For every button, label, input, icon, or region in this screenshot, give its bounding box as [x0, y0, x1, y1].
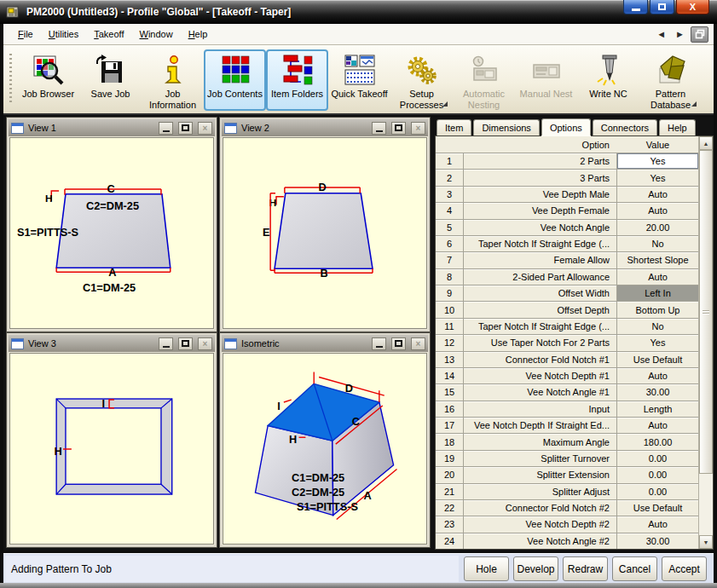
- option-row[interactable]: 10Offset DepthBottom Up: [436, 301, 698, 317]
- view-minimize-button[interactable]: [372, 122, 386, 135]
- option-value[interactable]: Left In: [617, 285, 698, 301]
- view-close-button[interactable]: ×: [198, 337, 212, 350]
- option-row[interactable]: 12 PartsYes: [436, 153, 698, 169]
- option-row[interactable]: 24Vee Notch Angle #230.00: [436, 533, 698, 549]
- option-value[interactable]: 0.00: [617, 483, 698, 499]
- minimize-button[interactable]: [623, 0, 648, 14]
- option-row[interactable]: 11Taper Notch If Straight Edge (...No: [436, 318, 698, 334]
- develop-button[interactable]: Develop: [513, 556, 558, 581]
- close-button[interactable]: X: [676, 0, 709, 14]
- option-value[interactable]: 20.00: [617, 219, 698, 235]
- write-nc-button[interactable]: Write NC: [577, 49, 639, 111]
- option-value[interactable]: Auto: [617, 186, 698, 202]
- tab-item[interactable]: Item: [437, 119, 471, 135]
- table-scrollbar[interactable]: ▲ ▼: [698, 136, 713, 549]
- option-row[interactable]: 13Connector Fold Notch #1Use Default: [436, 351, 698, 367]
- option-value[interactable]: 0.00: [617, 450, 698, 466]
- option-row[interactable]: 4Vee Depth FemaleAuto: [436, 202, 698, 218]
- menu-item-help[interactable]: Help: [181, 26, 216, 43]
- redraw-button[interactable]: Redraw: [563, 556, 608, 581]
- option-value[interactable]: 30.00: [617, 533, 698, 549]
- menu-item-window[interactable]: Window: [132, 26, 181, 43]
- view1-title-bar[interactable]: View 1 ×: [9, 119, 215, 136]
- menu-item-takeoff[interactable]: Takeoff: [86, 26, 131, 43]
- view-minimize-button[interactable]: [159, 337, 173, 350]
- view-maximize-button[interactable]: [178, 337, 193, 350]
- option-row[interactable]: 23Vee Notch Depth #2Auto: [436, 516, 698, 532]
- option-value[interactable]: Auto: [617, 268, 698, 285]
- view2-canvas[interactable]: D H E B: [223, 137, 427, 329]
- restore-child-button[interactable]: [691, 26, 708, 43]
- view-maximize-button[interactable]: [178, 122, 193, 135]
- job-contents-button[interactable]: Job Contents: [204, 49, 266, 111]
- view-close-button[interactable]: ×: [411, 337, 425, 350]
- option-value[interactable]: Use Default: [617, 351, 698, 367]
- option-row[interactable]: 23 PartsYes: [436, 169, 698, 185]
- option-row[interactable]: 21Splitter Adjust0.00: [436, 483, 698, 499]
- tab-connectors[interactable]: Connectors: [593, 119, 657, 135]
- option-value[interactable]: 0.00: [617, 466, 698, 482]
- option-row[interactable]: 20Splitter Extension0.00: [436, 466, 698, 482]
- tab-options[interactable]: Options: [541, 118, 591, 135]
- option-row[interactable]: 14Vee Notch Depth #1Auto: [436, 367, 698, 383]
- option-row[interactable]: 7Female AllowShortest Slope: [436, 251, 698, 268]
- option-row[interactable]: 5Vee Notch Angle20.00: [436, 219, 698, 235]
- option-value[interactable]: Shortest Slope: [617, 251, 698, 268]
- option-value[interactable]: Use Default: [617, 499, 698, 516]
- option-value[interactable]: 30.00: [617, 383, 698, 400]
- item-folders-button[interactable]: Item Folders: [266, 49, 328, 111]
- option-value[interactable]: Length: [617, 401, 698, 417]
- menu-item-file[interactable]: File: [10, 26, 41, 43]
- view3-title-bar[interactable]: View 3 ×: [9, 335, 215, 352]
- option-row[interactable]: 16InputLength: [436, 401, 698, 417]
- maximize-button[interactable]: [650, 0, 674, 14]
- pattern-database-button[interactable]: Pattern Database: [639, 49, 702, 111]
- isometric-title-bar[interactable]: Isometric ×: [222, 335, 428, 352]
- menu-item-utilities[interactable]: Utilities: [41, 26, 86, 43]
- scrollbar-thumb[interactable]: [699, 150, 713, 474]
- option-row[interactable]: 19Splitter Turnover0.00: [436, 450, 698, 466]
- quick-takeoff-button[interactable]: Quick Takeoff: [328, 49, 390, 111]
- option-value[interactable]: Bottom Up: [617, 301, 698, 317]
- option-value[interactable]: Yes: [617, 169, 698, 185]
- option-value[interactable]: Auto: [617, 202, 698, 218]
- save-job-button[interactable]: Save Job: [79, 49, 142, 111]
- option-row[interactable]: 6Taper Notch If Straight Edge (...No: [436, 235, 698, 251]
- view-minimize-button[interactable]: [159, 122, 173, 135]
- option-value[interactable]: Auto: [617, 367, 698, 383]
- job-browser-button[interactable]: Job Browser: [17, 49, 79, 111]
- option-value[interactable]: No: [617, 235, 698, 251]
- cancel-button[interactable]: Cancel: [612, 556, 657, 581]
- view-minimize-button[interactable]: [372, 337, 386, 350]
- hole-button[interactable]: Hole: [464, 556, 509, 581]
- scroll-up-icon[interactable]: ▲: [699, 136, 713, 150]
- option-value[interactable]: Yes: [617, 153, 698, 169]
- view-close-button[interactable]: ×: [411, 122, 425, 135]
- view2-title-bar[interactable]: View 2 ×: [222, 119, 428, 136]
- tab-help[interactable]: Help: [659, 119, 696, 135]
- isometric-canvas[interactable]: D I C H A C1=DM-25 C2=DM-25 S1=PITTS-S: [223, 353, 427, 545]
- option-value[interactable]: Auto: [617, 516, 698, 532]
- view-maximize-button[interactable]: [391, 337, 406, 350]
- option-value[interactable]: No: [617, 318, 698, 334]
- option-row[interactable]: 22Connector Fold Notch #2Use Default: [436, 499, 698, 516]
- option-row[interactable]: 12Use Taper Notch For 2 PartsYes: [436, 334, 698, 350]
- forward-arrow-icon[interactable]: ►: [672, 27, 688, 41]
- accept-button[interactable]: Accept: [662, 556, 707, 581]
- setup-processes-button[interactable]: Setup Processes: [390, 49, 453, 111]
- option-row[interactable]: 15Vee Notch Angle #130.00: [436, 383, 698, 400]
- option-row[interactable]: 3Vee Depth MaleAuto: [436, 186, 698, 202]
- option-value[interactable]: Auto: [617, 417, 698, 433]
- back-arrow-icon[interactable]: ◄: [653, 27, 669, 41]
- view-maximize-button[interactable]: [391, 122, 406, 135]
- scroll-down-icon[interactable]: ▼: [699, 535, 713, 549]
- option-value[interactable]: 180.00: [617, 433, 698, 449]
- option-row[interactable]: 9Offset WidthLeft In: [436, 285, 698, 301]
- toolbar-grip[interactable]: [9, 54, 12, 105]
- view-close-button[interactable]: ×: [198, 122, 212, 135]
- tab-dimensions[interactable]: Dimensions: [473, 119, 539, 135]
- view1-canvas[interactable]: C H C2=DM-25 S1=PITTS-S A C1=DM-25: [9, 137, 214, 329]
- option-row[interactable]: 82-Sided Part AllowanceAuto: [436, 268, 698, 285]
- view3-canvas[interactable]: I H: [9, 353, 214, 545]
- job-information-button[interactable]: Job Information: [142, 49, 204, 111]
